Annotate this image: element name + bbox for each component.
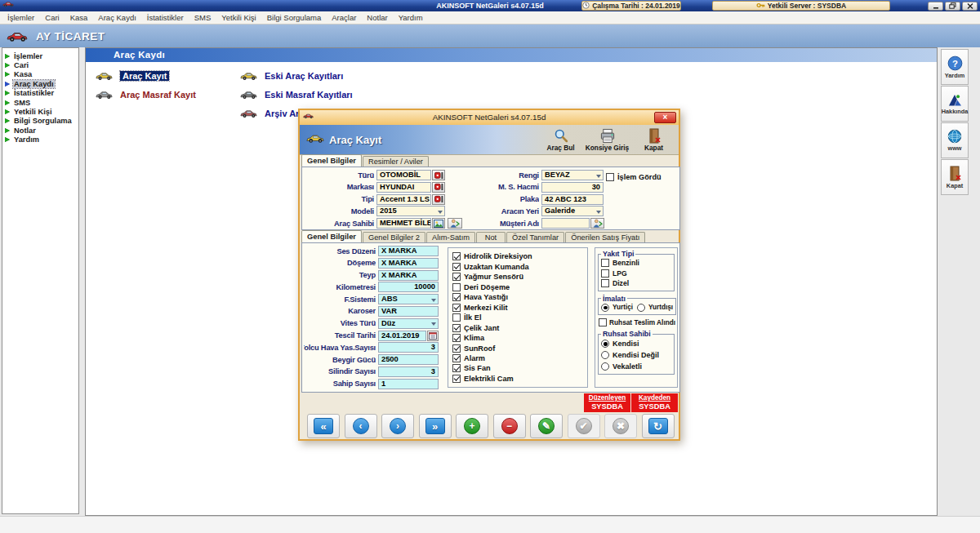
tab-not[interactable]: Not — [476, 232, 506, 242]
next-button[interactable]: › — [381, 414, 414, 438]
arac-sahibi-field[interactable]: MEHMET BİLEN — [376, 218, 431, 229]
sidebar-item-notlar[interactable]: Notlar — [2, 126, 78, 135]
dialog-toolbar-konsiye-giris[interactable]: Konsiye Giriş — [584, 125, 630, 154]
checkbox-i-lk-el[interactable]: İlk El — [452, 313, 587, 322]
yolcu-hava-yas-sayisi-field[interactable]: 3 — [378, 342, 439, 353]
minimize-button[interactable] — [928, 2, 943, 11]
m-s-hacmi-field[interactable]: 30 — [541, 182, 604, 193]
dialog-toolbar-kapat[interactable]: Kapat — [630, 125, 677, 154]
toolbar-yardim[interactable]: ?Yardım — [941, 49, 969, 85]
radio-vekaletli[interactable]: Vekaletli — [601, 361, 671, 372]
add-button[interactable]: + — [456, 414, 488, 438]
sidebar-item-i-slemler[interactable]: İşlemler — [2, 51, 78, 60]
turu-field[interactable]: OTOMOBİL — [376, 170, 431, 180]
checkbox-merkezi-kilit[interactable]: Merkezi Kilit — [452, 303, 587, 311]
checkbox-hidrolik-direksiyon[interactable]: Hidrolik Direksiyon — [452, 252, 587, 260]
person-button[interactable] — [448, 218, 462, 229]
tipi-field[interactable]: Accent 1.3 LS — [376, 194, 431, 205]
checkbox-hava-yastigi[interactable]: Hava Yastığı — [452, 293, 587, 301]
checkbox-ruhsat-teslim-alindi[interactable]: Ruhsat Teslim Alındı — [599, 318, 675, 326]
menu-notlar[interactable]: Notlar — [367, 13, 387, 22]
checkbox-lpg[interactable]: LPG — [601, 269, 671, 279]
plaka-field[interactable]: 42 ABC 123 — [541, 194, 604, 205]
checkbox-dizel[interactable]: Dizel — [601, 278, 671, 289]
dialog-close-button[interactable]: × — [654, 112, 676, 123]
menu-bilgi-sorgulama[interactable]: Bilgi Sorgulama — [267, 13, 322, 22]
checkbox-sunroof[interactable]: SunRoof — [452, 344, 587, 352]
vites-turu-field[interactable]: Düz — [378, 318, 439, 329]
tab-genel-bilgiler[interactable]: Genel Bilgiler — [301, 230, 362, 242]
markasi-field[interactable]: HYUNDAI — [376, 182, 431, 193]
radio-kendisi[interactable]: Kendisi — [601, 338, 671, 349]
radio-yurtdisi[interactable]: Yurtdışı — [637, 303, 673, 313]
checkbox-klima[interactable]: Klima — [452, 334, 587, 342]
checkbox-uzaktan-kumanda[interactable]: Uzaktan Kumanda — [452, 262, 587, 270]
tab-ozel-tanimlar[interactable]: Özel Tanımlar — [506, 232, 564, 242]
last-button[interactable]: » — [419, 414, 452, 438]
link-arac-masraf-kayit[interactable]: Araç Masraf Kayıt — [96, 89, 196, 100]
tab-onerilen-satis-fiyati[interactable]: Önerilen Satış Fiyatı — [565, 232, 645, 242]
menu-sms[interactable]: SMS — [194, 13, 212, 22]
checkbox-alarm[interactable]: Alarm — [452, 354, 587, 362]
sidebar-item-yardim[interactable]: Yardım — [2, 135, 78, 144]
checkbox-deri-doseme[interactable]: Deri Döşeme — [452, 282, 587, 291]
lookup-button[interactable] — [432, 182, 445, 193]
menu-cari[interactable]: Cari — [45, 13, 59, 22]
silindir-sayisi-field[interactable]: 3 — [378, 366, 439, 377]
toolbar-hakkinda[interactable]: Hakkında — [941, 86, 969, 122]
first-button[interactable]: « — [307, 414, 340, 438]
tab-alim-satim[interactable]: Alım-Satım — [426, 232, 475, 242]
checkbox-yagmur-sensoru[interactable]: Yağmur Sensörü — [452, 273, 587, 281]
lookup-button[interactable] — [432, 170, 445, 180]
radio-kendisi-degil[interactable]: Kendisi Değil — [601, 349, 671, 361]
checkbox-elektrikli-cam[interactable]: Elektrikli Cam — [452, 375, 587, 383]
f-sistemi-field[interactable]: ABS — [378, 294, 439, 304]
edit-button[interactable]: ✎ — [530, 414, 563, 438]
sidebar-item-sms[interactable]: SMS — [2, 98, 78, 107]
sidebar-item-arac-kaydi[interactable]: Araç Kaydı — [2, 79, 78, 88]
rengi-field[interactable]: BEYAZ — [541, 170, 604, 180]
previous-button[interactable]: ‹ — [345, 414, 377, 438]
menu-kasa[interactable]: Kasa — [70, 13, 88, 22]
menu-arac-kaydi[interactable]: Araç Kaydı — [98, 13, 136, 22]
doseme-field[interactable]: X MARKA — [378, 258, 439, 269]
modeli-field[interactable]: 2015 — [376, 206, 445, 216]
checkbox-sis-fan[interactable]: Sis Fan — [452, 364, 587, 372]
tab-resimler-aviler[interactable]: Resimler / Aviler — [363, 156, 429, 167]
menu-yardim[interactable]: Yardım — [399, 13, 423, 22]
sidebar-item-kasa[interactable]: Kasa — [2, 70, 78, 79]
sidebar-item-i-statistikler[interactable]: İstatistikler — [2, 89, 78, 98]
sidebar-item-cari[interactable]: Cari — [2, 60, 78, 69]
refresh-button[interactable]: ↻ — [642, 414, 675, 438]
radio-yurtici[interactable]: Yurtiçi — [601, 303, 633, 313]
toolbar-www[interactable]: www — [941, 122, 969, 158]
toolbar-kapat[interactable]: Kapat — [941, 159, 969, 195]
musteri-adi-field[interactable] — [541, 218, 590, 229]
tescil-tarihi-field[interactable]: 24.01.2019 — [378, 331, 426, 341]
picture-button[interactable] — [432, 218, 445, 229]
link-eski-arac-kayitlari[interactable]: Eski Araç Kayıtları — [240, 70, 353, 82]
sidebar-item-bilgi-sorgulama[interactable]: Bilgi Sorgulama — [2, 117, 78, 126]
menu-yetkili-kisi[interactable]: Yetkili Kişi — [221, 13, 256, 22]
tab-genel-bilgiler-2[interactable]: Genel Bilgiler 2 — [363, 232, 425, 242]
aracin-yeri-field[interactable]: Galeride — [541, 206, 604, 216]
kilometresi-field[interactable]: 10000 — [378, 282, 439, 292]
person-button[interactable] — [590, 218, 604, 229]
tab-genel-bilgiler[interactable]: Genel Bilgiler — [301, 154, 362, 167]
sidebar-item-yetkili-kisi[interactable]: Yetkili Kişi — [2, 107, 78, 116]
close-button[interactable] — [962, 2, 978, 11]
dialog-toolbar-arac-bul[interactable]: Araç Bul — [537, 125, 584, 154]
checkbox-i-slem-gordu[interactable]: İşlem Gördü — [606, 173, 662, 181]
menu-i-slemler[interactable]: İşlemler — [7, 13, 34, 22]
teyp-field[interactable]: X MARKA — [378, 270, 439, 281]
beygir-gucu-field[interactable]: 2500 — [378, 354, 439, 365]
restore-button[interactable] — [945, 2, 960, 11]
ses-duzeni-field[interactable]: X MARKA — [378, 246, 439, 256]
menu-i-statistikler[interactable]: İstatistikler — [147, 13, 184, 22]
link-eski-masraf-kayitlari[interactable]: Eski Masraf Kayıtları — [240, 89, 353, 100]
karoser-field[interactable]: VAR — [378, 306, 439, 317]
checkbox-celik-jant[interactable]: Çelik Jant — [452, 323, 587, 331]
sahip-sayisi-field[interactable]: 1 — [378, 379, 439, 389]
menu-araclar[interactable]: Araçlar — [332, 13, 356, 22]
delete-button[interactable]: − — [493, 414, 526, 438]
